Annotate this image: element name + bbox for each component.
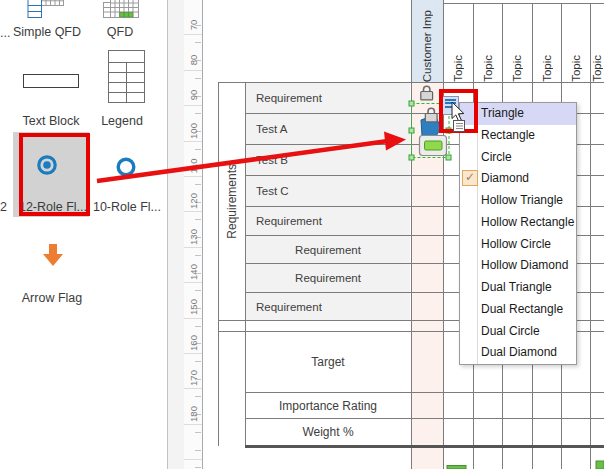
shape-item-simple-qfd[interactable]: Simple QFD (12, 25, 82, 39)
ruler-label: 180 (188, 405, 200, 424)
shape-item-10-role-flag[interactable]: 10-Role Fl... (92, 200, 162, 214)
requirements-group-label: Requirements (225, 164, 239, 239)
topic-label: Topic (570, 50, 582, 82)
shape-item-legend[interactable]: Legend (98, 114, 146, 128)
requirement-row[interactable]: Requirement (246, 83, 410, 113)
importance-rating-row[interactable]: Importance Rating (246, 393, 410, 418)
requirement-row[interactable]: Test B (246, 145, 410, 175)
topic-header-cell[interactable]: Topic (502, 3, 532, 82)
ruler-label: 130 (188, 228, 200, 247)
legend-icon[interactable] (108, 50, 145, 103)
shape-item-text-block[interactable]: Text Block (14, 114, 88, 128)
customer-importance-column[interactable] (411, 82, 443, 469)
topic-label: Topic (482, 50, 494, 82)
red-highlight-box-cell (439, 89, 478, 133)
grid-line (590, 3, 591, 469)
topic-header-cell[interactable]: Topic (561, 3, 590, 82)
menu-item-hollow-circle[interactable]: Hollow Circle (460, 234, 576, 256)
topic-label: Topic (511, 50, 523, 82)
panel-scrollbar-track[interactable] (168, 0, 184, 469)
ruler-label: 150 (188, 298, 200, 317)
requirement-row[interactable]: Test C (246, 176, 410, 206)
shapes-panel: ... 2 Simple QFD (0, 0, 167, 469)
customer-importance-header-cell[interactable]: Customer Imp (411, 0, 443, 82)
grid-line (443, 3, 604, 4)
requirement-row[interactable]: Test A (246, 114, 410, 144)
topic-label: Topic (452, 50, 464, 82)
ruler-label: 110 (188, 157, 200, 176)
arrow-flag-icon[interactable] (43, 244, 63, 267)
requirement-row[interactable]: Requirement (246, 293, 410, 320)
ruler-label: 160 (188, 334, 200, 353)
shape-item-qfd[interactable]: QFD (96, 25, 144, 39)
requirement-row[interactable]: Requirement (246, 264, 410, 292)
requirements-group-cell[interactable]: Requirements (218, 82, 245, 320)
ruler-label: 140 (188, 263, 200, 282)
marker-style-menu: Triangle Rectangle Circle ✓ Diamond Holl… (459, 102, 577, 365)
text-block-icon[interactable] (23, 74, 79, 88)
10-role-flag-icon[interactable] (115, 156, 137, 178)
shape-item-arrow-flag[interactable]: Arrow Flag (19, 291, 85, 305)
target-row[interactable]: Target (246, 332, 410, 391)
clipped-shape-label: 2 (0, 200, 7, 214)
menu-item-dual-triangle[interactable]: Dual Triangle (460, 277, 576, 299)
green-shape-fragment (447, 466, 466, 469)
menu-item-diamond[interactable]: ✓ Diamond (460, 168, 576, 190)
topic-header-cell[interactable]: Topic (443, 3, 473, 82)
qfd-diagram-workspace: ... 2 Simple QFD (0, 0, 604, 469)
ruler-label: 90 (188, 86, 200, 105)
qfd-icon[interactable] (103, 0, 139, 22)
ruler-label: 100 (188, 122, 200, 141)
requirement-row[interactable]: Requirement (246, 236, 410, 263)
topic-header-cell[interactable]: Topic (473, 3, 502, 82)
weight-percent-row[interactable]: Weight % (246, 419, 410, 445)
green-shape-fragment (596, 461, 604, 469)
customer-importance-label: Customer Imp (421, 5, 433, 82)
menu-item-circle[interactable]: Circle (460, 147, 576, 169)
menu-item-hollow-rectangle[interactable]: Hollow Rectangle (460, 212, 576, 234)
clipped-shape-label: ... (0, 26, 10, 40)
ruler-label: 80 (188, 51, 200, 70)
ruler-label: 70 (188, 16, 200, 35)
grid-line-thick (245, 445, 604, 448)
menu-item-dual-circle[interactable]: Dual Circle (460, 321, 576, 343)
topic-header-cell[interactable]: Topic (590, 3, 604, 82)
ruler-label: 170 (188, 369, 200, 388)
menu-item-dual-diamond[interactable]: Dual Diamond (460, 342, 576, 364)
red-highlight-box-panel (19, 133, 90, 216)
check-icon: ✓ (462, 170, 478, 186)
topic-header-cell[interactable]: Topic (532, 3, 561, 82)
simple-qfd-icon[interactable] (27, 0, 67, 20)
topic-label: Topic (591, 50, 603, 82)
requirement-row[interactable]: Requirement (246, 207, 410, 235)
ruler-label: 120 (188, 192, 200, 211)
menu-item-dual-rectangle[interactable]: Dual Rectangle (460, 299, 576, 321)
menu-item-label: Diamond (481, 171, 529, 185)
menu-item-hollow-triangle[interactable]: Hollow Triangle (460, 190, 576, 212)
topic-label: Topic (541, 50, 553, 82)
menu-item-hollow-diamond[interactable]: Hollow Diamond (460, 255, 576, 277)
